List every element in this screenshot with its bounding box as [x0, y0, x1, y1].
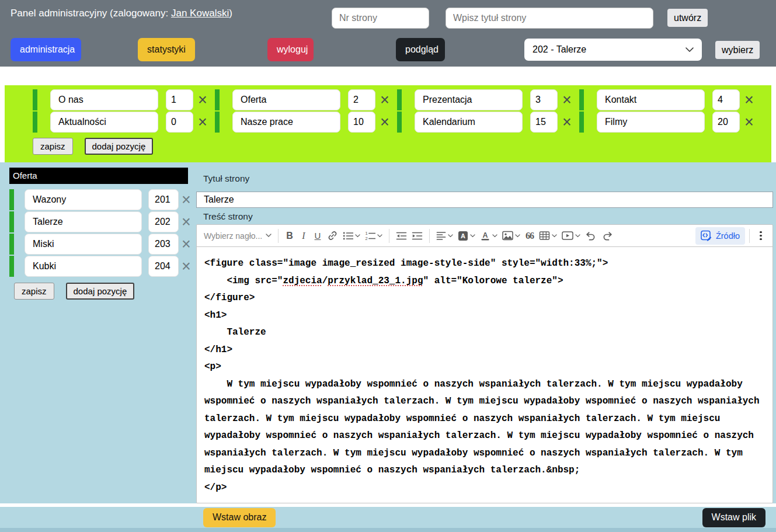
link-icon	[327, 230, 338, 241]
create-page-button[interactable]: utwórz	[667, 9, 708, 27]
submenu-item-row	[9, 234, 196, 255]
font-background-color-button[interactable]: A	[455, 228, 478, 244]
insert-media-button[interactable]	[559, 228, 583, 244]
redo-button[interactable]	[599, 228, 615, 244]
menu-item-position-input[interactable]	[530, 89, 558, 110]
chevron-down-icon	[575, 234, 580, 238]
logout-button[interactable]: wyloguj	[267, 38, 314, 61]
delete-item-icon[interactable]	[380, 112, 389, 133]
submenu-add-item-button[interactable]: dodaj pozycję	[66, 283, 135, 300]
menu-item-position-input[interactable]	[166, 89, 193, 110]
insert-table-button[interactable]	[537, 228, 559, 244]
source-code-icon	[701, 230, 712, 242]
link-button[interactable]	[325, 228, 340, 244]
logged-user-link[interactable]: Jan Kowalski	[171, 8, 229, 19]
editor-toolbar: Wybierz nagło... B I U 12	[197, 225, 772, 247]
editor-footer: Wstaw obraz Wstaw plik	[0, 507, 776, 528]
menu-item-name-input[interactable]	[415, 89, 523, 110]
insert-file-button[interactable]: Wstaw plik	[702, 508, 765, 527]
preview-button[interactable]: podgląd	[396, 38, 445, 61]
page-number-input[interactable]	[332, 8, 429, 29]
toolbar-overflow-button[interactable]	[754, 228, 768, 244]
menu-item-name-input[interactable]	[415, 112, 523, 133]
item-color-bar	[397, 112, 402, 133]
page-select[interactable]: 202 - Talerze	[524, 39, 702, 61]
delete-item-icon[interactable]	[182, 189, 191, 210]
menu-item-row	[33, 89, 215, 110]
numbered-list-button[interactable]: 12	[363, 228, 385, 244]
submenu-item-name-input[interactable]	[25, 234, 142, 255]
item-color-bar	[397, 89, 402, 110]
menu-item-position-input[interactable]	[348, 89, 375, 110]
delete-item-icon[interactable]	[198, 89, 207, 110]
administration-button[interactable]: administracja	[11, 38, 81, 61]
delete-item-icon[interactable]	[198, 112, 207, 133]
bulleted-list-button[interactable]	[340, 228, 363, 244]
source-button[interactable]: Źródło	[695, 227, 745, 245]
menu-item-name-input[interactable]	[232, 112, 340, 133]
menu-item-row	[215, 112, 397, 133]
insert-image-button[interactable]: Wstaw obraz	[203, 508, 276, 527]
italic-button[interactable]: I	[297, 228, 311, 244]
source-code-textarea[interactable]: <figure class="image image_resized image…	[197, 247, 772, 503]
submenu-save-button[interactable]: zapisz	[14, 283, 54, 300]
submenu-item-row	[9, 211, 196, 232]
submenu-list	[0, 189, 196, 277]
submenu-item-position-input[interactable]	[148, 189, 179, 210]
block-quote-button[interactable]: 66	[523, 228, 537, 244]
underline-button[interactable]: U	[311, 228, 325, 244]
outdent-icon	[396, 231, 407, 241]
statistics-button[interactable]: statystyki	[138, 38, 195, 61]
delete-item-icon[interactable]	[744, 89, 754, 110]
submenu-item-name-input[interactable]	[25, 256, 142, 277]
heading-dropdown[interactable]: Wybierz nagło...	[201, 231, 274, 241]
menu-item-position-input[interactable]	[530, 112, 558, 133]
font-color-button[interactable]: A	[478, 228, 500, 244]
undo-button[interactable]	[583, 228, 599, 244]
menu-item-name-input[interactable]	[50, 112, 158, 133]
delete-item-icon[interactable]	[380, 89, 389, 110]
page-title-input[interactable]	[446, 8, 653, 29]
submenu-item-position-input[interactable]	[148, 211, 179, 232]
submenu-item-name-input[interactable]	[25, 211, 142, 232]
submenu-item-position-input[interactable]	[148, 256, 179, 277]
menu-item-position-input[interactable]	[348, 112, 375, 133]
submenu-item-row	[9, 256, 196, 277]
bold-button[interactable]: B	[283, 228, 297, 244]
submenu-item-position-input[interactable]	[148, 234, 179, 255]
menu-item-position-input[interactable]	[712, 112, 740, 133]
page-title-field[interactable]	[196, 192, 773, 208]
top-header: Panel administracyjny (zalogowany: Jan K…	[0, 0, 776, 67]
redo-icon	[601, 231, 613, 241]
panel-title: Panel administracyjny (zalogowany: Jan K…	[11, 8, 232, 19]
bulleted-list-icon	[343, 231, 353, 241]
item-color-bar	[9, 189, 14, 210]
menu-item-name-input[interactable]	[597, 89, 705, 110]
delete-item-icon[interactable]	[182, 234, 191, 255]
menu-item-position-input[interactable]	[712, 89, 740, 110]
menu-item-name-input[interactable]	[597, 112, 705, 133]
item-color-bar	[9, 256, 14, 277]
menu-item-name-input[interactable]	[232, 89, 340, 110]
page-content-label: Treść strony	[203, 211, 773, 222]
delete-item-icon[interactable]	[562, 112, 572, 133]
menu-add-item-button[interactable]: dodaj pozycję	[85, 138, 154, 155]
delete-item-icon[interactable]	[744, 112, 754, 133]
delete-item-icon[interactable]	[182, 256, 191, 277]
menu-save-button[interactable]: zapisz	[33, 138, 73, 155]
table-icon	[539, 231, 550, 241]
insert-image-toolbar-button[interactable]	[500, 228, 523, 244]
outdent-button[interactable]	[394, 228, 409, 244]
item-color-bar	[215, 89, 220, 110]
item-color-bar	[9, 234, 14, 255]
choose-page-button[interactable]: wybierz	[715, 41, 760, 59]
delete-item-icon[interactable]	[182, 211, 191, 232]
indent-button[interactable]	[409, 228, 425, 244]
menu-item-position-input[interactable]	[166, 112, 193, 133]
chevron-down-icon	[552, 234, 557, 238]
delete-item-icon[interactable]	[562, 89, 572, 110]
submenu-item-name-input[interactable]	[25, 189, 142, 210]
text-alignment-button[interactable]	[434, 228, 455, 244]
numbered-list-icon: 12	[365, 231, 375, 241]
menu-item-name-input[interactable]	[50, 89, 158, 110]
